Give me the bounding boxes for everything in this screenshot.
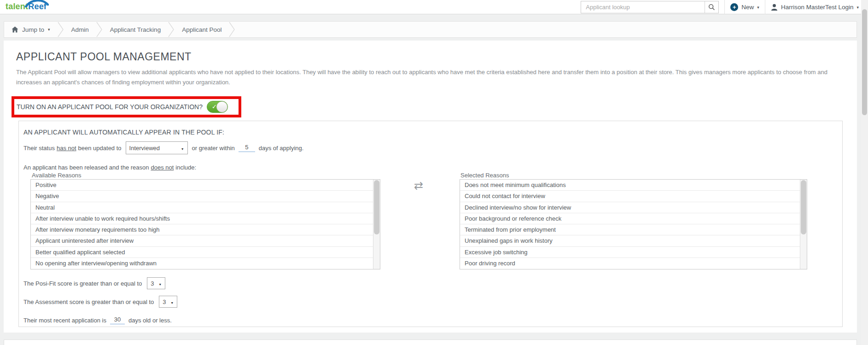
status-rule-text: been updated to bbox=[78, 145, 122, 152]
select-caret-icon bbox=[170, 298, 174, 305]
list-item[interactable]: Poor driving record bbox=[460, 258, 800, 269]
list-item[interactable]: No opening after interview/opening withd… bbox=[31, 258, 373, 269]
applicant-lookup-group bbox=[581, 1, 719, 13]
breadcrumb-separator-icon bbox=[229, 22, 235, 37]
list-scrollbar-thumb[interactable] bbox=[801, 180, 806, 234]
user-menu-label: Harrison MasterTest Login bbox=[781, 4, 854, 11]
posifit-rule-row: The Posi-Fit score is greater than or eq… bbox=[23, 277, 168, 290]
list-item[interactable]: Terminated from prior employment bbox=[460, 224, 800, 235]
released-rule-underlined-text: does not bbox=[151, 164, 174, 171]
page-title: APPLICANT POOL MANAGEMENT bbox=[16, 51, 845, 63]
list-item[interactable]: Negative bbox=[31, 191, 373, 202]
status-select[interactable]: Interviewed bbox=[126, 141, 188, 154]
criteria-heading: AN APPLICANT WILL AUTOMATICALLY APPEAR I… bbox=[23, 129, 224, 136]
page-description: The Applicant Pool will allow managers t… bbox=[16, 67, 845, 88]
days-of-applying-input[interactable] bbox=[239, 144, 255, 152]
list-item[interactable]: Excessive job switching bbox=[460, 247, 800, 258]
recent-application-rule-row: Their most recent application is days ol… bbox=[23, 314, 172, 327]
header-divider bbox=[765, 0, 765, 14]
header-divider bbox=[724, 0, 725, 14]
status-rule-row: Their status has not been updated to Int… bbox=[23, 141, 303, 154]
status-rule-text: Their status bbox=[23, 145, 55, 152]
released-rule-text: An applicant has been released and the r… bbox=[23, 164, 149, 171]
status-rule-text: days of applying. bbox=[259, 145, 304, 152]
select-caret-icon bbox=[158, 280, 162, 287]
list-item[interactable]: Positive bbox=[31, 180, 373, 191]
list-item[interactable]: Neutral bbox=[31, 202, 373, 213]
user-icon bbox=[771, 4, 778, 11]
topbar-right: New Harrison MasterTest Login bbox=[581, 0, 859, 14]
list-item[interactable]: Unexplained gaps in work history bbox=[460, 235, 800, 246]
select-caret-icon bbox=[181, 145, 184, 152]
available-reasons-list[interactable]: PositiveNegativeNeutralAfter interview u… bbox=[30, 179, 380, 269]
search-button[interactable] bbox=[705, 1, 718, 13]
days-old-input[interactable] bbox=[110, 316, 125, 324]
list-scrollbar[interactable] bbox=[373, 180, 380, 269]
status-rule-underlined-text: has not bbox=[57, 145, 76, 152]
list-item[interactable]: After interview unable to work required … bbox=[31, 213, 373, 224]
breadcrumb-item-applicant-tracking[interactable]: Applicant Tracking bbox=[110, 26, 161, 33]
chevron-down-icon bbox=[48, 27, 50, 32]
new-menu-label: New bbox=[741, 4, 754, 11]
user-menu-button[interactable]: Harrison MasterTest Login bbox=[771, 4, 859, 11]
selected-reasons-label: Selected Reasons bbox=[460, 172, 509, 179]
annotation-red-box: TURN ON AN APPLICANT POOL FOR YOUR ORGAN… bbox=[12, 96, 241, 117]
applicant-pool-toggle[interactable] bbox=[207, 101, 228, 113]
transfer-arrows-icon bbox=[414, 180, 423, 191]
chevron-down-icon bbox=[856, 5, 859, 10]
recent-rule-text: Their most recent application is bbox=[23, 317, 106, 324]
jump-to-menu[interactable]: Jump to bbox=[12, 26, 50, 33]
list-item[interactable]: After interview monetary requirements to… bbox=[31, 224, 373, 235]
chevron-down-icon bbox=[757, 5, 759, 10]
breadcrumb-item-applicant-pool[interactable]: Applicant Pool bbox=[182, 26, 221, 33]
next-section-panel bbox=[4, 339, 857, 345]
recent-rule-text: days old or less. bbox=[128, 317, 172, 324]
breadcrumb: Jump to Admin Applicant Tracking Applica… bbox=[4, 21, 857, 38]
plus-icon bbox=[730, 3, 738, 11]
applicant-lookup-input[interactable] bbox=[581, 1, 705, 13]
top-bar: talentReef New Harrison MasterTest Login bbox=[0, 0, 868, 14]
list-item[interactable]: Could not contact for interview bbox=[460, 191, 800, 202]
list-scrollbar-thumb[interactable] bbox=[374, 180, 379, 234]
home-icon bbox=[12, 26, 18, 33]
assessment-score-value: 3 bbox=[163, 298, 166, 305]
app-logo[interactable]: talentReef bbox=[6, 2, 47, 13]
breadcrumb-separator-icon bbox=[96, 22, 103, 37]
applicant-pool-toggle-label: TURN ON AN APPLICANT POOL FOR YOUR ORGAN… bbox=[17, 103, 203, 111]
assessment-rule-row: The Assessment score is greater than or … bbox=[23, 295, 180, 308]
list-item[interactable]: Declined interview/no show for interview bbox=[460, 202, 800, 213]
selected-reasons-list[interactable]: Does not meet minimum qualificationsCoul… bbox=[460, 179, 807, 269]
content-panel: APPLICANT POOL MANAGEMENT The Applicant … bbox=[4, 41, 857, 333]
status-rule-text: or greater within bbox=[192, 145, 235, 152]
posifit-score-select[interactable]: 3 bbox=[147, 277, 165, 289]
toggle-knob bbox=[216, 101, 227, 112]
search-icon bbox=[708, 4, 715, 11]
logo-swoosh-icon bbox=[25, 0, 49, 7]
new-menu-button[interactable]: New bbox=[730, 3, 759, 11]
assessment-rule-text: The Assessment score is greater than or … bbox=[23, 298, 154, 305]
list-item[interactable]: Poor background or reference check bbox=[460, 213, 800, 224]
breadcrumb-separator-icon bbox=[58, 22, 64, 37]
list-item[interactable]: Does not meet minimum qualifications bbox=[460, 180, 800, 191]
assessment-score-select[interactable]: 3 bbox=[159, 296, 177, 308]
list-item[interactable]: Applicant uninterested after interview bbox=[31, 235, 373, 246]
breadcrumb-item-admin[interactable]: Admin bbox=[71, 26, 89, 33]
breadcrumb-separator-icon bbox=[168, 22, 175, 37]
posifit-score-value: 3 bbox=[151, 280, 154, 287]
jump-to-label: Jump to bbox=[22, 26, 44, 33]
browser-scrollbar[interactable] bbox=[861, 0, 868, 345]
browser-scrollbar-thumb[interactable] bbox=[862, 9, 867, 115]
status-select-value: Interviewed bbox=[129, 145, 160, 152]
list-scrollbar[interactable] bbox=[800, 180, 807, 269]
list-item[interactable]: Better qualified applicant selected bbox=[31, 247, 373, 258]
released-rule-text: include: bbox=[175, 164, 196, 171]
posifit-rule-text: The Posi-Fit score is greater than or eq… bbox=[23, 280, 142, 287]
available-reasons-label: Available Reasons bbox=[32, 172, 81, 179]
criteria-panel: AN APPLICANT WILL AUTOMATICALLY APPEAR I… bbox=[18, 121, 843, 327]
